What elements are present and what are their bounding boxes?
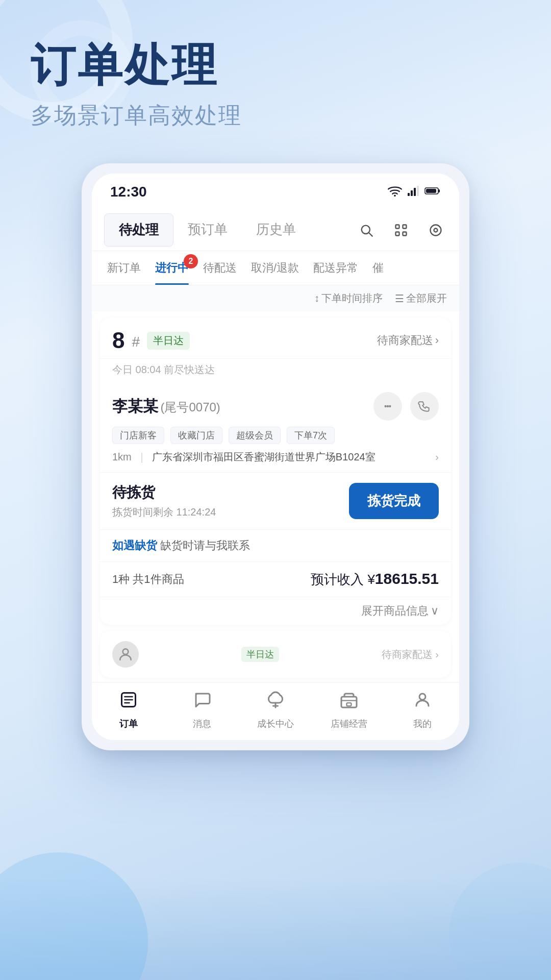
order-number-section: 8 # 半日达 bbox=[112, 328, 190, 353]
expand-all-button[interactable]: ☰ 全部展开 bbox=[395, 291, 447, 305]
svg-rect-3 bbox=[414, 188, 416, 196]
nav-growth-label: 成长中心 bbox=[257, 718, 294, 730]
subtab-delivery-exception[interactable]: 配送异常 bbox=[306, 251, 365, 285]
tag-favorite-store: 收藏门店 bbox=[170, 427, 222, 444]
picking-timer: 拣货时间剩余 11:24:24 bbox=[112, 505, 216, 519]
messages-icon bbox=[193, 691, 211, 714]
bottom-navigation: 订单 消息 成长中心 bbox=[92, 682, 459, 740]
customer-distance: 1km bbox=[112, 451, 132, 463]
subtab-cancel-refund[interactable]: 取消/退款 bbox=[244, 251, 306, 285]
svg-point-0 bbox=[394, 195, 396, 197]
customer-section: 李某某 (尾号0070) bbox=[100, 384, 451, 473]
tag-super-member: 超级会员 bbox=[229, 427, 281, 444]
status-icons bbox=[388, 185, 441, 199]
order-status: 待商家配送 › bbox=[377, 333, 439, 348]
svg-rect-1 bbox=[408, 193, 410, 196]
oos-text: 缺货时请与我联系 bbox=[160, 539, 250, 552]
top-tabs: 待处理 预订单 历史单 bbox=[92, 205, 459, 251]
bottom-decoration bbox=[0, 878, 551, 980]
search-icon[interactable] bbox=[355, 219, 378, 241]
tag-new-customer: 门店新客 bbox=[112, 427, 164, 444]
svg-line-9 bbox=[369, 233, 372, 236]
customer-action-buttons bbox=[373, 392, 439, 421]
subtab-awaiting-delivery[interactable]: 待配送 bbox=[196, 251, 244, 285]
order-delivery-time: 今日 08:04 前尽快送达 bbox=[100, 359, 451, 384]
time-sort-button[interactable]: ↕ 下单时间排序 bbox=[314, 291, 383, 305]
customer-name-row: 李某某 (尾号0070) bbox=[112, 396, 220, 417]
wifi-icon bbox=[388, 185, 402, 199]
customer-id: (尾号0070) bbox=[160, 400, 220, 414]
order-income: 预计收入 ¥18615.51 bbox=[311, 570, 439, 589]
nav-orders[interactable]: 订单 bbox=[92, 691, 165, 730]
subtab-in-progress[interactable]: 进行中 2 bbox=[148, 251, 196, 285]
svg-point-15 bbox=[434, 228, 438, 232]
order-summary-row: 1种 共1件商品 预计收入 ¥18615.51 bbox=[100, 562, 451, 597]
picking-section: 待拣货 拣货时间剩余 11:24:24 拣货完成 bbox=[100, 473, 451, 530]
settings-icon[interactable] bbox=[424, 219, 447, 241]
tab-history[interactable]: 历史单 bbox=[242, 213, 310, 247]
order-hash: # bbox=[132, 334, 140, 350]
message-button[interactable] bbox=[373, 392, 402, 421]
tab-reservation[interactable]: 预订单 bbox=[173, 213, 242, 247]
phone-mockup: 12:30 bbox=[82, 163, 469, 750]
svg-rect-10 bbox=[396, 225, 399, 228]
order-number: 8 bbox=[112, 328, 124, 353]
oos-link[interactable]: 如遇缺货 bbox=[112, 539, 157, 552]
tag-order-count: 下单7次 bbox=[287, 427, 335, 444]
preview-avatar bbox=[112, 641, 139, 668]
status-time: 12:30 bbox=[110, 184, 147, 200]
nav-growth[interactable]: 成长中心 bbox=[239, 691, 312, 730]
status-bar: 12:30 bbox=[92, 174, 459, 205]
svg-point-29 bbox=[419, 694, 425, 700]
order-card: 8 # 半日达 待商家配送 › 今日 08:04 前尽快送达 李某某 (尾号00… bbox=[100, 317, 451, 625]
sort-bar: ↕ 下单时间排序 ☰ 全部展开 bbox=[92, 285, 459, 311]
expand-items-button[interactable]: 展开商品信息 ∨ bbox=[100, 597, 451, 625]
subtab-urge[interactable]: 催 bbox=[365, 251, 391, 285]
svg-point-16 bbox=[385, 405, 387, 407]
customer-address: 广东省深圳市福田区香蜜湖街道世界广场B1024室 bbox=[152, 450, 431, 464]
growth-icon bbox=[266, 691, 285, 714]
picking-label: 待拣货 bbox=[112, 483, 216, 502]
page-subtitle: 多场景订单高效处理 bbox=[31, 101, 520, 131]
nav-messages-label: 消息 bbox=[193, 718, 211, 730]
svg-rect-4 bbox=[417, 186, 419, 196]
preview-tag: 半日达 bbox=[241, 647, 279, 662]
battery-icon bbox=[424, 186, 441, 198]
svg-rect-28 bbox=[347, 703, 352, 706]
svg-rect-2 bbox=[411, 190, 413, 196]
half-day-badge: 半日达 bbox=[147, 332, 190, 350]
oos-notice: 如遇缺货 缺货时请与我联系 bbox=[100, 530, 451, 562]
call-button[interactable] bbox=[410, 392, 439, 421]
second-order-card-preview[interactable]: 半日达 待商家配送 › bbox=[100, 631, 451, 678]
customer-address-row[interactable]: 1km ｜ 广东省深圳市福田区香蜜湖街道世界广场B1024室 › bbox=[112, 450, 439, 464]
svg-rect-13 bbox=[403, 232, 407, 235]
subtab-new-order[interactable]: 新订单 bbox=[100, 251, 148, 285]
svg-rect-7 bbox=[426, 189, 436, 193]
nav-profile-label: 我的 bbox=[413, 718, 432, 730]
order-item-count: 1种 共1件商品 bbox=[112, 572, 184, 587]
nav-store-management[interactable]: 店铺经营 bbox=[312, 691, 386, 730]
svg-rect-12 bbox=[396, 232, 399, 235]
nav-messages[interactable]: 消息 bbox=[165, 691, 239, 730]
picking-complete-button[interactable]: 拣货完成 bbox=[349, 483, 439, 519]
tab-pending[interactable]: 待处理 bbox=[104, 213, 173, 247]
svg-point-17 bbox=[387, 405, 389, 407]
customer-tags: 门店新客 收藏门店 超级会员 下单7次 bbox=[112, 427, 439, 444]
address-arrow-icon: › bbox=[435, 451, 439, 463]
profile-icon bbox=[413, 691, 432, 714]
nav-orders-label: 订单 bbox=[119, 718, 138, 730]
order-header: 8 # 半日达 待商家配送 › bbox=[100, 317, 451, 359]
scan-icon[interactable] bbox=[390, 219, 412, 241]
store-icon bbox=[340, 691, 358, 714]
nav-store-label: 店铺经营 bbox=[331, 718, 367, 730]
preview-status: 待商家配送 › bbox=[382, 648, 439, 662]
svg-rect-11 bbox=[403, 225, 407, 228]
customer-name: 李某某 bbox=[112, 398, 158, 414]
svg-point-14 bbox=[431, 225, 441, 235]
svg-rect-6 bbox=[438, 189, 440, 192]
orders-icon bbox=[119, 691, 138, 714]
svg-point-19 bbox=[123, 649, 129, 654]
signal-icon bbox=[407, 185, 419, 199]
nav-profile[interactable]: 我的 bbox=[386, 691, 459, 730]
chevron-down-icon: ∨ bbox=[431, 604, 439, 618]
